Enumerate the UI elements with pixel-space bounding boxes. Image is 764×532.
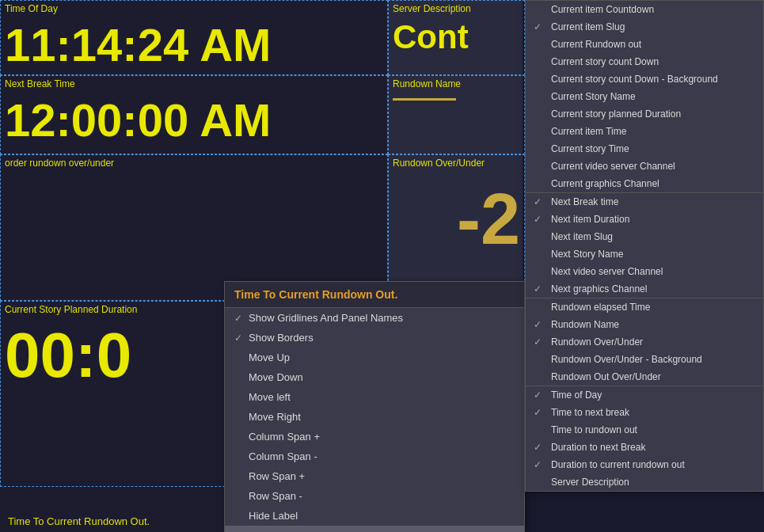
checklist-rundown-over-under-bg-label: Rundown Over/Under - Background	[551, 354, 702, 365]
checklist-current-story-time[interactable]: Current story Time	[526, 140, 763, 158]
checklist-rundown-elapsed[interactable]: Rundown elapsed Time	[526, 298, 763, 316]
next-break-value: 12:00:00 AM	[1, 92, 387, 148]
time-of-day-label: Time Of Day	[1, 1, 387, 17]
checklist-next-video-server-label: Next video server Channel	[551, 266, 663, 277]
menu-row-span-plus[interactable]: Row Span +	[225, 466, 524, 486]
checklist-next-break-time[interactable]: ✓ Next Break time	[526, 192, 763, 211]
checklist-rundown-name-label: Rundown Name	[551, 319, 619, 330]
checklist-duration-next-break[interactable]: ✓ Duration to next Break	[526, 439, 763, 456]
menu-hide-label[interactable]: Hide Label	[225, 506, 524, 526]
server-desc-label: Server Description	[389, 1, 524, 17]
checklist-time-to-next-break[interactable]: ✓ Time to next break	[526, 404, 763, 421]
checklist-server-description[interactable]: Server Description	[526, 473, 763, 491]
check-icon-time-next-break: ✓	[534, 407, 546, 418]
checklist-next-graphics-label: Next graphics Channel	[551, 283, 647, 294]
checklist-current-graphics-label: Current graphics Channel	[551, 178, 659, 189]
menu-move-down[interactable]: Move Down	[225, 367, 524, 387]
rundown-over-right-label: Rundown Over/Under	[389, 155, 524, 171]
menu-column-span-plus-label: Column Span +	[249, 431, 320, 443]
cell-next-break: Next Break Time 12:00:00 AM	[0, 75, 388, 154]
cell-server-desc: Server Description Cont	[388, 0, 525, 75]
checklist-rundown-over-under-label: Rundown Over/Under	[551, 336, 643, 348]
menu-move-up[interactable]: Move Up	[225, 348, 524, 367]
time-of-day-value: 11:14:24 AM	[1, 17, 387, 73]
menu-row-span-minus[interactable]: Row Span -	[225, 486, 524, 506]
menu-column-span-plus[interactable]: Column Span +	[225, 427, 524, 446]
checklist-current-item-countdown-label: Current item Countdown	[551, 4, 654, 15]
checklist-next-item-slug-label: Next item Slug	[551, 231, 613, 242]
checklist-rundown-over-under-bg[interactable]: Rundown Over/Under - Background	[526, 351, 763, 368]
checklist-time-to-rundown-out-label: Time to rundown out	[551, 424, 637, 435]
check-icon-slug: ✓	[534, 21, 546, 32]
context-menu-left: Time To Current Rundown Out. Show Gridli…	[224, 281, 525, 532]
checklist-duration-rundown-out-label: Duration to current rundown out	[551, 459, 685, 470]
checklist-current-item-time[interactable]: Current item Time	[526, 123, 763, 140]
menu-move-right[interactable]: Move Right	[225, 407, 524, 427]
check-icon-next-graphics: ✓	[534, 283, 546, 294]
checklist-duration-next-break-label: Duration to next Break	[551, 442, 645, 453]
checklist-server-description-label: Server Description	[551, 477, 629, 488]
checklist-current-story-count-down[interactable]: Current story count Down	[526, 53, 763, 70]
rundown-out-label: Time To Current Rundown Out.	[4, 514, 154, 528]
checklist-current-item-countdown[interactable]: Current item Countdown	[526, 1, 763, 18]
checklist-next-item-duration-label: Next item Duration	[551, 214, 629, 225]
checklist-time-of-day[interactable]: ✓ Time of Day	[526, 386, 763, 404]
checklist-current-graphics[interactable]: Current graphics Channel	[526, 175, 763, 192]
menu-show-borders-label: Show Borders	[249, 332, 314, 344]
check-icon-duration-rundown: ✓	[534, 459, 546, 470]
checklist-current-item-slug[interactable]: ✓ Current item Slug	[526, 18, 763, 36]
checklist-next-item-duration[interactable]: ✓ Next item Duration	[526, 211, 763, 228]
rundown-over-right-value: -2	[389, 171, 524, 268]
check-icon-duration-break: ✓	[534, 442, 546, 453]
menu-column-span-minus-label: Column Span -	[249, 450, 317, 462]
checklist-duration-rundown-out[interactable]: ✓ Duration to current rundown out	[526, 456, 763, 473]
menu-row-span-minus-label: Row Span -	[249, 490, 302, 502]
checklist-current-story-planned[interactable]: Current story planned Duration	[526, 105, 763, 123]
checklist-next-story-name-label: Next Story Name	[551, 249, 623, 260]
checklist-next-story-name[interactable]: Next Story Name	[526, 245, 763, 263]
checklist-rundown-out-over-under[interactable]: Rundown Out Over/Under	[526, 368, 763, 386]
next-break-label: Next Break Time	[1, 76, 387, 92]
checklist-rundown-out-over-under-label: Rundown Out Over/Under	[551, 371, 661, 382]
menu-show-borders[interactable]: Show Borders	[225, 328, 524, 348]
menu-show-gridlines-label: Show Gridlines And Panel Names	[249, 312, 403, 324]
checklist-current-story-count-down-label: Current story count Down	[551, 56, 659, 67]
checklist-next-item-slug[interactable]: Next item Slug	[526, 228, 763, 245]
check-icon-rundown-name: ✓	[534, 319, 546, 330]
checklist-next-graphics[interactable]: ✓ Next graphics Channel	[526, 280, 763, 298]
cell-rundown-over-right: Rundown Over/Under -2	[388, 154, 525, 301]
checklist-current-story-time-label: Current story Time	[551, 143, 629, 154]
rundown-name-label: Rundown Name	[389, 76, 524, 92]
checklist-current-story-count-down-bg-label: Current story count Down - Background	[551, 74, 718, 85]
checklist-rundown-over-under[interactable]: ✓ Rundown Over/Under	[526, 333, 763, 351]
checklist-time-to-rundown-out[interactable]: Time to rundown out	[526, 421, 763, 439]
menu-move-left[interactable]: Move left	[225, 387, 524, 407]
rundown-over-label: order rundown over/under	[1, 155, 387, 171]
checklist-current-story-planned-label: Current story planned Duration	[551, 108, 681, 120]
menu-move-down-label: Move Down	[249, 371, 303, 383]
checklist-current-rundown-out[interactable]: Current Rundown out	[526, 36, 763, 53]
rundown-name-dash	[393, 98, 456, 101]
menu-show-gridlines[interactable]: Show Gridlines And Panel Names	[225, 308, 524, 328]
context-menu-right: Current item Countdown ✓ Current item Sl…	[525, 0, 764, 492]
menu-move-up-label: Move Up	[249, 352, 290, 363]
checklist-next-video-server[interactable]: Next video server Channel	[526, 263, 763, 280]
checklist-current-item-time-label: Current item Time	[551, 126, 626, 137]
menu-row-span-plus-label: Row Span +	[249, 470, 305, 482]
checklist-rundown-name[interactable]: ✓ Rundown Name	[526, 316, 763, 333]
checklist-next-break-time-label: Next Break time	[551, 196, 618, 207]
menu-move-right-label: Move Right	[249, 411, 301, 423]
checklist-current-item-slug-label: Current item Slug	[551, 21, 625, 32]
checklist-current-story-name[interactable]: Current Story Name	[526, 88, 763, 105]
checklist-rundown-elapsed-label: Rundown elapsed Time	[551, 302, 650, 313]
checklist-current-rundown-out-label: Current Rundown out	[551, 39, 641, 50]
checklist-current-story-count-down-bg[interactable]: Current story count Down - Background	[526, 70, 763, 88]
checklist-current-story-name-label: Current Story Name	[551, 91, 636, 102]
menu-hide-label-label: Hide Label	[249, 510, 298, 522]
check-icon-next-break: ✓	[534, 196, 546, 207]
checklist-current-video-server[interactable]: Current video server Channel	[526, 158, 763, 175]
menu-move-left-label: Move left	[249, 391, 291, 403]
check-icon-next-duration: ✓	[534, 214, 546, 225]
menu-show[interactable]: Show	[225, 526, 524, 532]
menu-column-span-minus[interactable]: Column Span -	[225, 446, 524, 466]
